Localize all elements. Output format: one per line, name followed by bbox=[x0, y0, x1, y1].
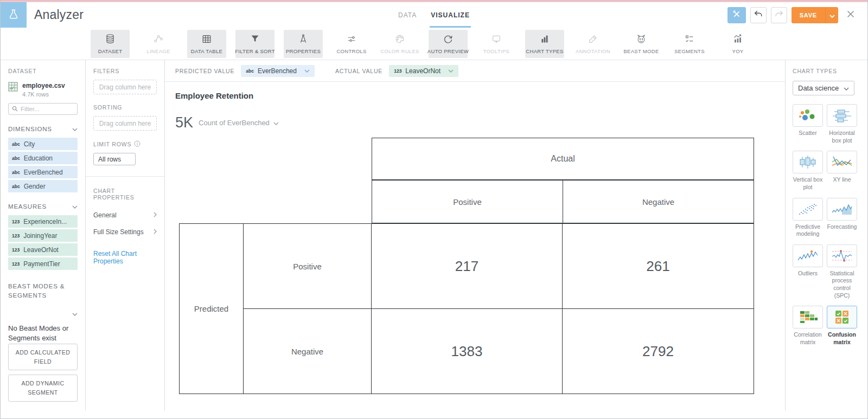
measure-chip-leaveornot[interactable]: 123 LeaveOrNot bbox=[8, 243, 78, 256]
measure-chip-label: ExperienceIn... bbox=[23, 218, 67, 225]
predicted-value-dropdown[interactable]: abc EverBenched bbox=[241, 65, 315, 77]
vertical-box-plot-icon bbox=[793, 151, 823, 173]
toolbar-chart-types[interactable]: CHART TYPES bbox=[525, 30, 564, 58]
undo-button[interactable] bbox=[750, 7, 767, 23]
toolbar-beast-mode[interactable]: BEAST MODE bbox=[622, 30, 661, 58]
abc-type-icon: abc bbox=[246, 68, 254, 74]
spc-icon bbox=[827, 244, 857, 267]
chart-property-general[interactable]: General bbox=[93, 211, 157, 219]
toolbar-yoy[interactable]: YOY bbox=[718, 30, 757, 58]
scatter-plot-icon bbox=[793, 104, 823, 127]
workspace: DATASET employee.csv 4.7K rows DIMENSION… bbox=[1, 60, 867, 411]
toolbar-auto-preview[interactable]: AUTO PREVIEW bbox=[429, 30, 468, 58]
matrix-col-headers: Positive Negative bbox=[372, 180, 754, 223]
quick-tools-button[interactable] bbox=[727, 7, 746, 23]
numeric-type-icon: 123 bbox=[12, 219, 20, 224]
chart-type-spc[interactable]: Statistical process control (SPC) bbox=[827, 244, 857, 300]
measure-chip-paymenttier[interactable]: 123 PaymentTier bbox=[8, 257, 78, 270]
chart-type-outliers[interactable]: Outliers bbox=[793, 244, 823, 300]
predictive-modeling-icon bbox=[793, 198, 823, 221]
add-calculated-field-button[interactable]: ADD CALCULATED FIELD bbox=[8, 344, 78, 371]
panel-divider bbox=[86, 176, 164, 177]
tab-visualize[interactable]: VISUALIZE bbox=[431, 2, 470, 28]
tab-data[interactable]: DATA bbox=[398, 2, 417, 28]
refresh-icon bbox=[442, 33, 454, 45]
page-title: Analyzer bbox=[34, 8, 84, 22]
chart-type-xy-line[interactable]: XY line bbox=[827, 151, 857, 191]
summary-measure-dropdown[interactable]: Count of EverBenched bbox=[199, 119, 279, 127]
chart-type-vertical-box-plot[interactable]: Vertical box plot bbox=[793, 151, 823, 191]
crossed-tools-icon bbox=[732, 9, 742, 21]
toolbar-filter-sort[interactable]: FILTER & SORT bbox=[235, 30, 275, 58]
filter-icon bbox=[249, 33, 261, 45]
limit-rows-header-row: LIMIT ROWS bbox=[93, 140, 157, 148]
dataset-file-name: employee.csv bbox=[22, 82, 65, 89]
limit-rows-input[interactable]: All rows bbox=[93, 153, 136, 165]
sorting-drop-zone[interactable]: Drag column here bbox=[93, 116, 157, 131]
chart-canvas: PREDICTED VALUE abc EverBenched ACTUAL V… bbox=[165, 60, 785, 410]
undo-icon bbox=[754, 10, 763, 21]
sliders-icon bbox=[346, 33, 358, 45]
dimensions-header-row: DIMENSIONS bbox=[8, 126, 78, 132]
toolbar-data-table[interactable]: DATA TABLE bbox=[187, 30, 226, 58]
toolbar-controls-label: CONTROLS bbox=[336, 48, 366, 54]
abc-type-icon: abc bbox=[12, 141, 20, 147]
chart-type-correlation-matrix[interactable]: Correlation matrix bbox=[793, 306, 823, 346]
chart-type-confusion-matrix[interactable]: Confusion matrix bbox=[827, 306, 857, 346]
toolbar-controls[interactable]: CONTROLS bbox=[332, 30, 371, 58]
save-button[interactable]: SAVE bbox=[792, 7, 825, 23]
filters-header: FILTERS bbox=[93, 68, 157, 74]
save-options-button[interactable] bbox=[825, 7, 838, 23]
toolbar-segments[interactable]: SEGMENTS bbox=[670, 30, 709, 58]
redo-button[interactable] bbox=[771, 7, 787, 23]
chart-type-label: Correlation matrix bbox=[793, 331, 823, 346]
speech-bubble-icon bbox=[490, 33, 502, 45]
matrix-col-header-negative: Negative bbox=[563, 181, 754, 223]
xy-line-icon bbox=[827, 151, 857, 173]
beast-modes-collapse[interactable] bbox=[8, 308, 78, 318]
actual-value-dropdown[interactable]: 123 LeaveOrNot bbox=[389, 65, 458, 77]
chevron-down-icon bbox=[829, 10, 835, 20]
toolbar-filter-sort-label: FILTER & SORT bbox=[235, 48, 275, 54]
reset-chart-properties-link[interactable]: Reset All Chart Properties bbox=[93, 250, 157, 265]
toolbar-tooltips: TOOLTIPS bbox=[477, 30, 516, 58]
chart-type-forecasting[interactable]: Forecasting bbox=[827, 198, 857, 238]
filters-drop-zone[interactable]: Drag column here bbox=[93, 80, 157, 94]
beast-face-icon bbox=[635, 33, 647, 45]
filter-input[interactable] bbox=[21, 106, 69, 112]
chart-type-predictive-modeling[interactable]: Predictive modeling bbox=[793, 198, 823, 238]
dimension-chip-gender[interactable]: abc Gender bbox=[8, 180, 78, 192]
toolbar-color-rules-label: COLOR RULES bbox=[380, 48, 419, 54]
info-icon[interactable] bbox=[134, 140, 141, 148]
dataset-file-row[interactable]: employee.csv 4.7K rows bbox=[8, 82, 78, 98]
dimension-chip-education[interactable]: abc Education bbox=[8, 152, 78, 164]
dimension-chip-everbenched[interactable]: abc EverBenched bbox=[8, 166, 78, 178]
chart-type-grid: Scatter Horizontal box plot Vertical box… bbox=[793, 104, 862, 346]
numeric-type-icon: 123 bbox=[12, 233, 20, 238]
dimension-chip-city[interactable]: abc City bbox=[8, 138, 78, 150]
chart-property-label: Full Size Settings bbox=[93, 228, 144, 236]
toolbar-dataset[interactable]: DATASET bbox=[91, 30, 130, 58]
app-logo[interactable] bbox=[1, 2, 27, 28]
toolbar-properties[interactable]: PROPERTIES bbox=[284, 30, 323, 58]
dimension-chip-label: EverBenched bbox=[24, 169, 63, 176]
chart-type-label: Statistical process control (SPC) bbox=[827, 270, 857, 300]
chevron-down-icon[interactable] bbox=[72, 203, 78, 210]
add-dynamic-segment-button[interactable]: ADD DYNAMIC SEGMENT bbox=[8, 375, 78, 402]
data-table-icon bbox=[201, 33, 213, 45]
matrix-cell-tn: 2792 bbox=[563, 309, 754, 394]
chevron-down-icon[interactable] bbox=[72, 126, 78, 132]
matrix-col-axis-label: Actual bbox=[372, 138, 754, 180]
matrix-cell-tp: 217 bbox=[372, 224, 563, 309]
chart-type-scatter[interactable]: Scatter bbox=[793, 104, 823, 144]
measure-chip-experience[interactable]: 123 ExperienceIn... bbox=[8, 215, 78, 228]
measure-chip-joiningyear[interactable]: 123 JoiningYear bbox=[8, 229, 78, 242]
toolbar-data-table-label: DATA TABLE bbox=[191, 48, 222, 54]
abc-type-icon: abc bbox=[12, 170, 20, 175]
close-button[interactable] bbox=[843, 7, 859, 23]
chart-type-label: Scatter bbox=[799, 130, 816, 137]
chart-type-horizontal-box-plot[interactable]: Horizontal box plot bbox=[827, 104, 857, 144]
predicted-value-field: EverBenched bbox=[258, 67, 297, 75]
chart-category-select[interactable]: Data science bbox=[793, 81, 854, 95]
chart-property-full-size[interactable]: Full Size Settings bbox=[93, 228, 157, 236]
